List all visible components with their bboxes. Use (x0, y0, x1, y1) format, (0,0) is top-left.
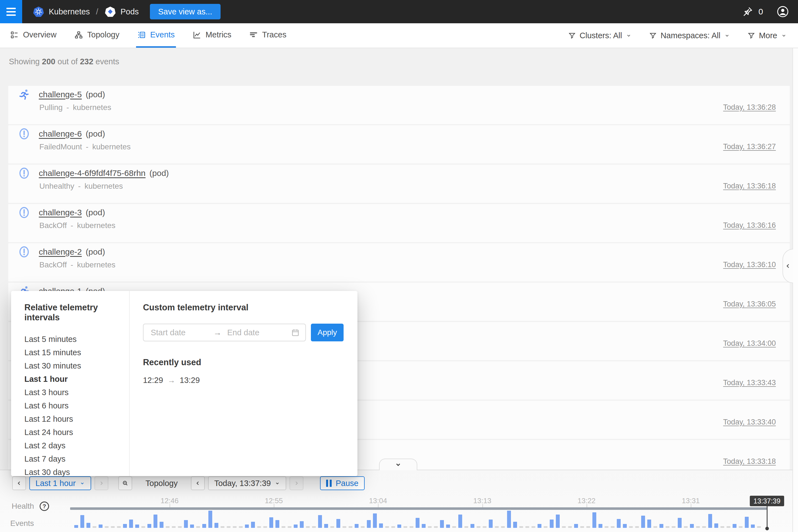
interval-option[interactable]: Last 7 days (24, 452, 129, 466)
event-bar (87, 523, 90, 528)
interval-option[interactable]: Last 30 minutes (24, 359, 129, 373)
axis-tick-mark (482, 504, 483, 507)
event-detail: Pulling - kubernetes (39, 103, 111, 112)
filter-label: More (759, 31, 777, 40)
collapse-timeline-button[interactable] (379, 459, 417, 470)
event-timestamp-link[interactable]: Today, 13:36:18 (723, 182, 776, 190)
interval-option[interactable]: Last 1 hour (24, 373, 129, 386)
events-sparkline (74, 511, 761, 528)
event-timestamp-link[interactable]: Today, 13:34:00 (723, 339, 776, 348)
event-row: challenge-6(pod)FailedMount - kubernetes… (8, 125, 790, 164)
filter-funnel-icon (568, 32, 576, 40)
recent-range-end: 13:29 (180, 376, 200, 385)
event-gap-dash (342, 526, 346, 528)
more-filter[interactable]: More (747, 31, 787, 40)
time-forward-button[interactable] (289, 476, 303, 490)
tab-traces[interactable]: Traces (248, 23, 288, 48)
event-gap-dash (483, 526, 487, 528)
interval-option[interactable]: Last 2 days (24, 439, 129, 452)
event-bar (708, 514, 712, 528)
event-bar (714, 524, 718, 528)
expand-side-panel-button[interactable] (782, 249, 793, 283)
tab-events[interactable]: Events (136, 23, 176, 48)
event-timestamp-link[interactable]: Today, 13:36:28 (723, 103, 776, 112)
event-gap-dash (227, 526, 230, 528)
event-entity-link[interactable]: challenge-6 (39, 129, 82, 138)
user-avatar-icon[interactable] (776, 5, 789, 18)
save-view-button[interactable]: Save view as... (150, 4, 221, 19)
event-timestamp-link[interactable]: Today, 13:33:43 (723, 379, 776, 387)
event-timestamp-link[interactable]: Today, 13:33:40 (723, 418, 776, 426)
event-entity-link[interactable]: challenge-5 (39, 90, 82, 99)
event-entity-link[interactable]: challenge-4-6f9fdf4f75-68rhn (39, 169, 146, 177)
chevron-left-icon (195, 480, 201, 486)
end-date-placeholder[interactable]: End date (227, 328, 291, 337)
event-entity-kind: (pod) (149, 169, 169, 177)
time-back-button[interactable] (191, 476, 205, 490)
interval-option[interactable]: Last 24 hours (24, 425, 129, 439)
event-title: challenge-3(pod) (39, 208, 105, 217)
start-date-placeholder[interactable]: Start date (151, 328, 213, 337)
event-gap-dash (580, 526, 584, 528)
clusters-filter[interactable]: Clusters: All (568, 31, 632, 40)
pause-icon (326, 480, 332, 487)
event-bar (135, 525, 139, 528)
recently-used-range[interactable]: 12:29 → 13:29 (143, 376, 344, 385)
recent-range-start: 12:29 (143, 376, 163, 385)
event-entity-link[interactable]: challenge-2 (39, 247, 82, 256)
event-gap-dash (477, 526, 480, 528)
menu-hamburger-icon[interactable] (0, 0, 22, 23)
tab-overview[interactable]: Overview (9, 23, 58, 48)
axis-tick-mark (170, 504, 170, 507)
timestamp-selector-button[interactable]: Today, 13:37:39 (208, 476, 286, 490)
event-timestamp-link[interactable]: Today, 13:36:16 (723, 221, 776, 230)
event-bar (373, 513, 377, 528)
event-gap-dash (117, 526, 121, 528)
event-entity-link[interactable]: challenge-3 (39, 208, 82, 217)
event-gap-dash (519, 526, 523, 528)
playhead-handle[interactable] (765, 527, 769, 530)
interval-option[interactable]: Last 6 hours (24, 399, 129, 412)
custom-interval-title: Custom telemetry interval (143, 303, 344, 312)
event-bar (80, 515, 84, 528)
event-gap-dash (105, 526, 109, 528)
interval-option[interactable]: Last 15 minutes (24, 346, 129, 359)
event-timestamp-link[interactable]: Today, 13:36:05 (723, 300, 776, 308)
help-icon[interactable]: ? (40, 501, 49, 511)
event-timestamp-link[interactable]: Today, 13:33:18 (723, 457, 776, 466)
calendar-icon[interactable] (291, 328, 300, 337)
apply-button[interactable]: Apply (311, 324, 344, 341)
interval-back-button[interactable] (12, 476, 26, 490)
event-gap-dash (653, 526, 657, 528)
pin-icon[interactable] (742, 6, 754, 17)
event-bar (123, 524, 127, 528)
playhead-line (767, 506, 767, 528)
namespaces-filter[interactable]: Namespaces: All (649, 31, 730, 40)
event-bar (446, 525, 450, 528)
event-bar (147, 524, 151, 528)
relative-intervals-title: Relative telemetry intervals (24, 303, 129, 323)
pause-button[interactable]: Pause (320, 476, 364, 490)
interval-option[interactable]: Last 30 days (24, 466, 129, 479)
event-timestamp-link[interactable]: Today, 13:36:10 (723, 261, 776, 269)
interval-option[interactable]: Last 12 hours (24, 412, 129, 425)
event-gap-dash (525, 526, 529, 528)
interval-option[interactable]: Last 5 minutes (24, 332, 129, 346)
event-gap-dash (452, 526, 456, 528)
overview-icon (10, 31, 19, 39)
event-bar (556, 515, 560, 528)
event-timestamp-link[interactable]: Today, 13:36:27 (723, 142, 776, 151)
event-bar (733, 524, 737, 528)
interval-option[interactable]: Last 3 hours (24, 386, 129, 399)
date-range-input[interactable]: Start date → End date (143, 324, 306, 341)
tab-topology[interactable]: Topology (73, 23, 120, 48)
breadcrumb-app[interactable]: Kubernetes (49, 7, 90, 16)
event-gap-dash (306, 526, 310, 528)
chevron-left-icon (785, 263, 791, 269)
tab-metrics[interactable]: Metrics (191, 23, 232, 48)
event-gap-dash (544, 526, 548, 528)
axis-tick-mark (274, 504, 274, 507)
timestamp-selector-label: Today, 13:37:39 (214, 479, 271, 488)
filter-label: Namespaces: All (661, 31, 720, 40)
breadcrumb-page[interactable]: Pods (120, 7, 139, 16)
